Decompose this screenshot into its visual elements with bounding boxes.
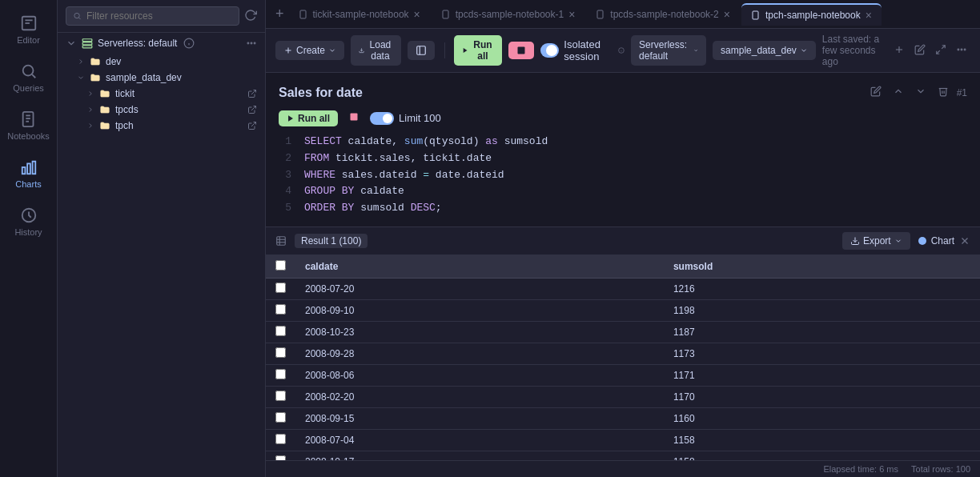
svg-rect-30 [753,11,758,19]
search-input[interactable] [86,10,232,22]
close-tab-1[interactable]: × [414,9,420,20]
expand-cell-button[interactable] [912,82,930,102]
results-table-container[interactable]: caldate sumsold 2008-07-20 1216 2008-09-… [266,255,980,460]
folder-icon-tpch [99,120,110,131]
load-data-button[interactable]: Load data [351,35,401,66]
results-header: Result 1 (100) Export Chart [266,227,980,255]
stop-button[interactable] [508,42,534,59]
info-icon [183,38,195,49]
tree-item-sample-data-dev-label: sample_data_dev [106,72,182,83]
col-header-caldate: caldate [295,255,664,279]
table-row: 2008-09-15 1160 [266,407,980,429]
tree-item-sample-data-dev[interactable]: sample_data_dev [58,70,265,86]
col-header-checkbox[interactable] [266,255,295,279]
charts-icon [20,158,38,176]
create-button[interactable]: Create [275,41,344,60]
row-checkbox[interactable] [266,407,295,429]
tab-tpch[interactable]: tpch-sample-notebook × [741,3,882,26]
add-tab-button[interactable]: + [272,6,287,22]
search-icon [73,11,82,21]
svg-point-47 [964,49,966,50]
tree-item-tpcds[interactable]: tpcds [58,102,265,118]
sidebar-item-charts[interactable]: Charts [3,150,54,197]
more-options-button[interactable] [953,41,970,61]
svg-rect-17 [82,46,92,48]
svg-point-13 [74,13,79,18]
add-cell-button[interactable] [890,41,908,61]
tree-item-dev[interactable]: dev [58,54,265,70]
row-caldate: 2008-07-20 [295,278,664,299]
server-row[interactable]: Serverless: default [58,33,265,54]
export-icon [850,236,860,246]
fullscreen-icon [935,44,946,55]
refresh-button[interactable] [244,9,257,24]
collapse-panel-button[interactable] [408,41,435,60]
delete-cell-button[interactable] [934,82,952,102]
stop-icon [516,46,526,55]
row-checkbox[interactable] [266,321,295,343]
row-checkbox[interactable] [266,451,295,460]
row-caldate: 2008-10-17 [295,451,664,460]
table-row: 2008-09-10 1198 [266,299,980,321]
sidebar-item-history[interactable]: History [3,198,54,245]
isolated-session-toggle[interactable]: Isolated session [540,38,625,62]
row-checkbox[interactable] [266,299,295,321]
select-all-checkbox[interactable] [275,260,286,271]
svg-line-43 [942,45,945,48]
edit-button[interactable] [911,41,929,61]
row-checkbox[interactable] [266,386,295,407]
row-checkbox[interactable] [266,343,295,364]
serverless-dropdown[interactable]: Serverless: default [631,35,706,66]
edit-cell-button[interactable] [867,82,885,102]
notebooks-icon [20,110,38,128]
folder-icon-tickit [99,88,110,99]
svg-line-25 [251,106,256,111]
close-tab-3[interactable]: × [724,9,730,20]
cell-title: Sales for date [279,86,363,100]
caret-right-icon-tpcds [86,106,94,114]
results-area: Result 1 (100) Export Chart caldate [266,227,980,477]
svg-point-21 [247,42,249,44]
sidebar-item-editor[interactable]: Editor [3,6,54,53]
editor-title-row: Sales for date #1 [279,82,967,102]
tree-item-dev-label: dev [106,56,121,67]
row-checkbox[interactable] [266,429,295,451]
stop-cell-button[interactable] [346,109,362,127]
tab-tickit[interactable]: tickit-sample-notebook × [289,4,430,25]
search-box[interactable] [66,6,239,26]
close-tab-2[interactable]: × [568,9,575,20]
limit-toggle[interactable]: Limit 100 [370,112,441,125]
caret-right-icon-tpch [86,122,94,130]
run-all-button[interactable]: Run all [454,35,501,66]
row-caldate: 2008-02-20 [295,386,664,407]
database-dropdown[interactable]: sample_data_dev [713,41,816,60]
tree-item-tpch[interactable]: tpch [58,118,265,134]
tab-tpcds-2[interactable]: tpcds-sample-notebook-2 × [586,4,740,25]
export-button[interactable]: Export [842,232,910,250]
row-checkbox[interactable] [266,364,295,386]
fullscreen-button[interactable] [932,41,950,61]
table-row: 2008-10-23 1187 [266,321,980,343]
caret-right-icon [77,58,85,66]
toolbar-actions [890,41,970,61]
row-sumsold: 1170 [664,386,980,407]
table-row: 2008-02-20 1170 [266,386,980,407]
svg-rect-50 [277,237,286,246]
collapse-cell-button[interactable] [890,82,907,102]
chart-toggle[interactable]: Chart [918,235,970,247]
code-editor[interactable]: 1 SELECT caldate, sum(qtysold) as sumsol… [279,134,967,217]
notebook-icon-tab2 [441,10,451,19]
sidebar-item-notebooks[interactable]: Notebooks [3,102,54,149]
tree-item-tickit[interactable]: tickit [58,86,265,102]
row-checkbox[interactable] [266,278,295,299]
tree-item-tpch-label: tpch [115,120,134,131]
tab-tpcds-1[interactable]: tpcds-sample-notebook-1 × [432,4,585,25]
sidebar-item-queries[interactable]: Queries [3,54,54,101]
table-row: 2008-08-06 1171 [266,364,980,386]
download-icon [359,46,364,55]
svg-rect-27 [300,10,306,18]
run-cell-button[interactable]: Run all [279,110,338,126]
file-panel: Serverless: default dev sample_data_dev … [58,0,266,477]
server-label: Serverless: default [98,38,177,49]
close-tab-4[interactable]: × [866,10,872,21]
